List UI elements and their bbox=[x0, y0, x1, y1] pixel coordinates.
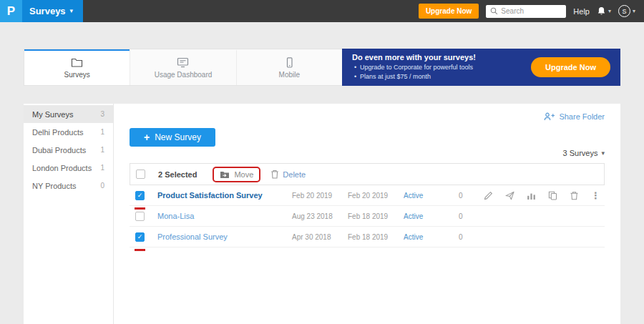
new-survey-label: New Survey bbox=[155, 132, 201, 142]
surveys-count-label: 3 Surveys bbox=[563, 149, 598, 157]
notifications-menu[interactable]: ▾ bbox=[597, 6, 611, 16]
survey-modified-date: Feb 18 2019 bbox=[348, 233, 404, 241]
survey-modified-date: Feb 18 2019 bbox=[348, 212, 404, 220]
selected-count-label: 2 Selected bbox=[158, 170, 197, 179]
survey-row: Mona-Lisa Aug 23 2018 Feb 18 2019 Active… bbox=[130, 206, 605, 227]
folder-label: NY Products bbox=[32, 182, 77, 190]
share-person-icon bbox=[544, 112, 555, 121]
surveys-menu[interactable]: Surveys ▾ bbox=[22, 0, 83, 22]
folder-count: 1 bbox=[100, 164, 104, 172]
reports-icon[interactable] bbox=[527, 191, 536, 200]
select-all-cell bbox=[130, 170, 158, 179]
more-options-icon[interactable]: ⋮ bbox=[591, 191, 600, 200]
folder-label: My Surveys bbox=[32, 110, 73, 119]
account-menu[interactable]: S ▾ bbox=[618, 5, 635, 17]
folder-count: 0 bbox=[100, 182, 104, 190]
avatar: S bbox=[618, 5, 630, 17]
delete-icon[interactable] bbox=[570, 191, 579, 200]
sidebar-folder-item[interactable]: Dubai Products 1 bbox=[24, 141, 113, 159]
tab-label: Mobile bbox=[279, 71, 300, 79]
survey-created-date: Aug 23 2018 bbox=[292, 212, 348, 220]
content-panel: Share Folder + New Survey 3 Surveys ▾ 2 … bbox=[114, 104, 620, 324]
survey-status: Active bbox=[404, 192, 459, 200]
promo-title: Do even more with your surveys! bbox=[352, 53, 531, 62]
tab-usage-dashboard[interactable]: Usage Dashboard bbox=[130, 49, 235, 85]
select-all-checkbox[interactable] bbox=[136, 170, 145, 179]
row-actions: ⋮ bbox=[484, 191, 605, 200]
survey-created-date: Apr 30 2018 bbox=[292, 233, 348, 241]
survey-created-date: Feb 20 2019 bbox=[292, 192, 348, 200]
selection-toolbar: 2 Selected Move Delete bbox=[130, 163, 605, 185]
sidebar-folder-item[interactable]: Delhi Products 1 bbox=[24, 123, 113, 141]
upgrade-now-button[interactable]: Upgrade Now bbox=[419, 4, 479, 19]
search-icon bbox=[490, 7, 498, 15]
move-folder-icon bbox=[220, 170, 230, 179]
survey-status: Active bbox=[404, 212, 459, 220]
folder-label: London Products bbox=[32, 164, 92, 172]
delete-button[interactable]: Delete bbox=[270, 170, 306, 179]
survey-table-body: Product Satisfaction Survey Feb 20 2019 … bbox=[130, 185, 605, 247]
topbar-right: Upgrade Now Help ▾ S ▾ bbox=[419, 4, 644, 19]
bell-icon bbox=[597, 6, 606, 16]
sidebar-folder-item[interactable]: NY Products 0 bbox=[24, 177, 113, 195]
row-checkbox[interactable] bbox=[135, 212, 145, 221]
tab-surveys[interactable]: Surveys bbox=[24, 49, 130, 85]
survey-responses-count: 0 bbox=[459, 233, 484, 241]
chevron-down-icon: ▾ bbox=[70, 8, 74, 14]
promo-bullet: Upgrade to Corporate for powerful tools bbox=[352, 63, 531, 72]
tab-label: Surveys bbox=[64, 71, 90, 79]
row-checkbox[interactable] bbox=[135, 191, 145, 200]
share-folder-button[interactable]: Share Folder bbox=[544, 112, 605, 121]
promo-bullet: Plans at just $75 / month bbox=[352, 72, 531, 82]
top-bar: P Surveys ▾ Upgrade Now Help ▾ S ▾ bbox=[0, 0, 644, 22]
promo-bullets: Upgrade to Corporate for powerful tools … bbox=[352, 63, 531, 82]
annotation-underline bbox=[135, 207, 145, 210]
surveys-count-dropdown[interactable]: 3 Surveys ▾ bbox=[563, 149, 605, 157]
send-icon[interactable] bbox=[505, 191, 514, 200]
plus-icon: + bbox=[144, 132, 150, 142]
folder-label: Delhi Products bbox=[32, 128, 84, 137]
promo-banner: Do even more with your surveys! Upgrade … bbox=[342, 49, 620, 86]
delete-label: Delete bbox=[283, 170, 306, 179]
survey-row: Product Satisfaction Survey Feb 20 2019 … bbox=[130, 185, 605, 206]
help-link[interactable]: Help bbox=[573, 7, 590, 16]
mobile-icon bbox=[283, 57, 296, 68]
main-tabs: Surveys Usage Dashboard Mobile bbox=[24, 49, 342, 86]
survey-name-link[interactable]: Product Satisfaction Survey bbox=[157, 191, 292, 200]
sidebar-folder-item[interactable]: My Surveys 3 bbox=[24, 105, 113, 123]
survey-status: Active bbox=[404, 233, 459, 241]
search-box[interactable] bbox=[486, 5, 566, 18]
survey-name-link[interactable]: Mona-Lisa bbox=[157, 212, 292, 220]
folder-icon bbox=[71, 57, 83, 68]
folder-label: Dubai Products bbox=[32, 146, 86, 154]
survey-responses-count: 0 bbox=[459, 212, 484, 220]
chevron-down-icon: ▾ bbox=[633, 8, 635, 14]
move-label: Move bbox=[234, 170, 253, 179]
edit-icon[interactable] bbox=[484, 191, 493, 200]
chevron-down-icon: ▾ bbox=[601, 150, 605, 157]
trash-icon bbox=[270, 170, 279, 179]
annotation-underline bbox=[135, 249, 145, 251]
app-logo: P bbox=[0, 0, 22, 22]
folder-count: 3 bbox=[100, 110, 104, 118]
row-checkbox[interactable] bbox=[135, 232, 145, 242]
folder-count: 1 bbox=[100, 146, 104, 154]
new-survey-button[interactable]: + New Survey bbox=[130, 128, 215, 147]
promo-text: Do even more with your surveys! Upgrade … bbox=[352, 53, 531, 82]
row-checkbox-cell bbox=[130, 212, 157, 221]
chevron-down-icon: ▾ bbox=[608, 8, 611, 14]
sidebar-folder-list: My Surveys 3 Delhi Products 1 Dubai Prod… bbox=[24, 104, 114, 324]
dashboard-icon bbox=[177, 57, 189, 68]
tab-mobile[interactable]: Mobile bbox=[236, 49, 342, 85]
tab-label: Usage Dashboard bbox=[155, 71, 213, 79]
promo-upgrade-button[interactable]: Upgrade Now bbox=[531, 57, 610, 77]
row-checkbox-cell bbox=[130, 232, 157, 242]
survey-modified-date: Feb 20 2019 bbox=[348, 192, 404, 200]
move-button[interactable]: Move bbox=[220, 170, 253, 179]
duplicate-icon[interactable] bbox=[548, 191, 557, 200]
sidebar-folder-item[interactable]: London Products 1 bbox=[24, 159, 113, 177]
row-checkbox-cell bbox=[130, 191, 157, 200]
header-row: Surveys Usage Dashboard Mobile Do even m… bbox=[24, 49, 620, 86]
survey-name-link[interactable]: Professional Survey bbox=[157, 232, 292, 241]
search-input[interactable] bbox=[501, 7, 562, 15]
